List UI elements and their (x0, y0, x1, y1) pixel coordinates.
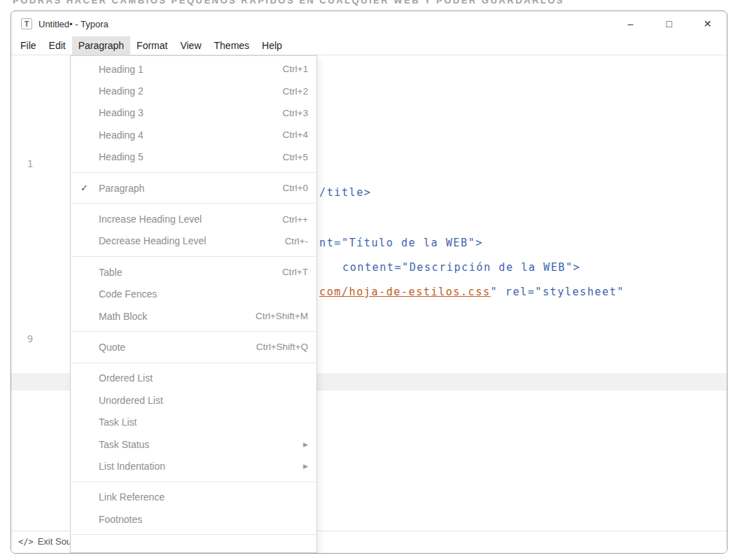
typora-app-icon: T (21, 18, 32, 29)
menu-item-heading-3[interactable]: Heading 3 Ctrl+3 (71, 102, 316, 124)
menu-item-math-block[interactable]: Math Block Ctrl+Shift+M (71, 305, 316, 327)
menu-themes[interactable]: Themes (208, 36, 256, 55)
menu-item-list-indentation[interactable]: List Indentation ▶ (71, 455, 316, 477)
submenu-arrow-icon: ▶ (303, 441, 308, 448)
title-bar: T Untitled• - Typora – □ ✕ (11, 11, 727, 36)
cropped-caption-strip: PODRÁS HACER CAMBIOS PEQUEÑOS RÁPIDOS EN… (0, 0, 738, 9)
code-fragment: /title> (319, 186, 371, 199)
menu-item-link-reference[interactable]: Link Reference (71, 486, 316, 508)
menu-separator (71, 363, 316, 363)
checkmark-icon: ✓ (81, 183, 99, 193)
line-number: 1 (21, 158, 39, 169)
menu-file[interactable]: File (14, 36, 43, 55)
menu-item-task-status[interactable]: Task Status ▶ (71, 433, 316, 455)
window-controls: – □ ✕ (611, 11, 727, 36)
cropped-caption-text: PODRÁS HACER CAMBIOS PEQUEÑOS RÁPIDOS EN… (0, 0, 738, 6)
paragraph-dropdown-menu: Heading 1 Ctrl+1 Heading 2 Ctrl+2 Headin… (70, 55, 317, 553)
menu-paragraph[interactable]: Paragraph (72, 36, 130, 55)
menu-edit[interactable]: Edit (43, 36, 72, 55)
close-icon[interactable]: ✕ (688, 11, 727, 36)
menu-bar: File Edit Paragraph Format View Themes H… (11, 36, 727, 55)
app-window: T Untitled• - Typora – □ ✕ File Edit Par… (11, 10, 727, 554)
menu-view[interactable]: View (174, 36, 207, 55)
code-brackets-icon: </> (18, 537, 34, 547)
menu-item-task-list[interactable]: Task List (71, 411, 316, 433)
menu-item-footnotes[interactable]: Footnotes (71, 508, 316, 530)
code-fragment: content="Descripción de la WEB"> (342, 261, 580, 274)
menu-item-decrease-heading-level[interactable]: Decrease Heading Level Ctrl+- (71, 230, 316, 252)
menu-help[interactable]: Help (256, 36, 288, 55)
submenu-arrow-icon: ▶ (303, 463, 308, 470)
menu-item-code-fences[interactable]: Code Fences (71, 284, 316, 305)
code-fragment-link-line: com/hoja-de-estilos.css" rel="stylesheet… (319, 286, 625, 298)
menu-item-heading-4[interactable]: Heading 4 Ctrl+4 (71, 124, 316, 146)
line-number-active: 9 (21, 333, 39, 344)
menu-separator (71, 256, 316, 257)
menu-item-table[interactable]: Table Ctrl+T (71, 261, 316, 283)
maximize-icon[interactable]: □ (650, 11, 688, 36)
code-fragment: nt="Título de la WEB"> (319, 237, 483, 249)
menu-separator (71, 331, 316, 332)
menu-item-ordered-list[interactable]: Ordered List (71, 368, 316, 389)
minimize-icon[interactable]: – (611, 11, 650, 36)
menu-item-heading-1[interactable]: Heading 1 Ctrl+1 (71, 58, 316, 80)
stylesheet-link[interactable]: com/hoja-de-estilos.css (319, 286, 491, 298)
menu-item-paragraph[interactable]: ✓ Paragraph Ctrl+0 (71, 177, 316, 199)
menu-format[interactable]: Format (130, 36, 174, 55)
code-after-link: " rel="stylesheet" (491, 286, 625, 298)
menu-separator (71, 534, 316, 535)
menu-separator (71, 203, 316, 204)
menu-item-quote[interactable]: Quote Ctrl+Shift+Q (71, 336, 316, 358)
menu-item-unordered-list[interactable]: Unordered List (71, 389, 316, 411)
window-title: Untitled• - Typora (39, 19, 109, 29)
menu-item-heading-2[interactable]: Heading 2 Ctrl+2 (71, 80, 316, 102)
menu-item-increase-heading-level[interactable]: Increase Heading Level Ctrl++ (71, 208, 316, 230)
menu-separator (71, 482, 316, 482)
menu-separator (71, 172, 316, 173)
menu-item-heading-5[interactable]: Heading 5 Ctrl+5 (71, 146, 316, 168)
